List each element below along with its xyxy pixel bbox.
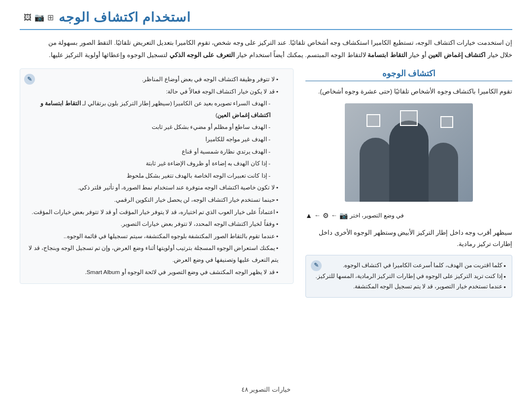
- silhouette-group: [345, 103, 473, 202]
- left-note-item-3: عندما تستخدم خيار التصوير، قد لا يتم تسج…: [312, 281, 506, 292]
- silhouette-right: [429, 143, 458, 202]
- camera-icon-1: 📷: [34, 13, 44, 22]
- face-box-center: [400, 110, 418, 126]
- left-note-list: كلما اقتربت من الهدف، كلما أسرعت الكامير…: [312, 260, 506, 293]
- page-title: استخدام اكتشاف الوجه: [59, 10, 191, 25]
- right-column: ✎ لا تتوفر وظيفة اكتشاف الوجه في بعض أوض…: [20, 68, 297, 298]
- right-note-item-8: يمكنك استعراض الوجوه المسجلة بترتيب أولو…: [26, 243, 278, 266]
- left-note-item-1: كلما اقتربت من الهدف، كلما أسرعت الكامير…: [312, 260, 506, 271]
- note-icon-right: ✎: [24, 74, 35, 85]
- camera-controls-desc: سيظهر أقرب وجه داخل إطار التركيز الأبيض …: [305, 227, 512, 250]
- photo-icon: 🖼: [24, 13, 32, 22]
- right-note-sub-2: الهدف ساطع أو مظلم أو مضيء بشكل غير ثابت: [26, 122, 270, 133]
- page-container: استخدام اكتشاف الوجه ⊞ 📷 🖼 إن استخدمت خي…: [0, 0, 532, 401]
- left-column: اكتشاف الوجوه تقوم الكاميرا باكتشاف وجوه…: [305, 68, 512, 298]
- right-note-item-5: اعتماداً على خيار العوب الذي تم اختياره،…: [26, 207, 278, 218]
- right-note-item-4: حينما تستخدم خيار اكتشاف الوجه، لن يحصل …: [26, 194, 278, 206]
- right-note-item-7: عندما تقوم بالتقاط الصور المكتشفة بلوجوه…: [26, 231, 278, 243]
- camera-mode-icon: 📷: [339, 209, 348, 222]
- camera-setting-icon: ⚙: [323, 209, 329, 222]
- right-note-sub-1: الهدف السراء تصويره بعيد عن الكاميرا (سي…: [26, 98, 270, 121]
- right-note-sub-4: الهدف يرتدي نظارة شمسية أو قناع: [26, 146, 270, 158]
- silhouette-center: [389, 121, 429, 202]
- section-title: اكتشاف الوجوه: [305, 68, 512, 81]
- arrow-left: ←: [331, 209, 337, 222]
- note-icon-left: ✎: [311, 260, 322, 271]
- intro-text-1: إن استخدمت خيارات اكتشاف الوجه، تستطيع ا…: [48, 39, 512, 46]
- detection-image: [345, 103, 473, 202]
- intro-text-2: خلال خيار اكتشاف إغماض العين أو خيار الت…: [49, 52, 512, 59]
- detection-description: تقوم الكاميرا باكتشاف وجوه الأشخاص تلقائ…: [305, 86, 512, 97]
- arrow-left-2: ←: [314, 209, 321, 222]
- camera-controls-row: في وضع التصوير، اختر 📷 ← ⚙ ← ▲: [305, 209, 512, 222]
- page-footer: خيارات التصوير ٤٨: [0, 386, 532, 393]
- shutter-icon: ▲: [305, 209, 312, 222]
- grid-icon: ⊞: [47, 13, 54, 22]
- header-icons: ⊞ 📷 🖼: [24, 13, 54, 22]
- footer-text: خيارات التصوير ٤٨: [241, 386, 291, 393]
- right-note-list: لا تتوفر وظيفة اكتشاف الوجه في بعض أوضاع…: [26, 74, 278, 278]
- right-note-item-6: وفقاً لخيار اكتشاف الوجه المحدد، لا تتوف…: [26, 218, 278, 230]
- right-note-sub-3: الهدف غير مواجه للكاميرا: [26, 134, 270, 146]
- right-note-sub-5: إذا كان الهدف به إضاءة أو ظروف الإضاءة غ…: [26, 158, 270, 170]
- left-note-box: ✎ كلما اقتربت من الهدف، كلما أسرعت الكام…: [305, 255, 512, 298]
- right-note-item-2: قد لا يكون خيار اكتشاف الوجه فعالاً في ح…: [26, 86, 278, 98]
- right-note-item-1: لا تتوفر وظيفة اكتشاف الوجه في بعض أوضاع…: [26, 74, 278, 86]
- right-note-sublist: الهدف السراء تصويره بعيد عن الكاميرا (سي…: [26, 98, 278, 182]
- main-content: اكتشاف الوجوه تقوم الكاميرا باكتشاف وجوه…: [20, 68, 512, 298]
- right-note-box: ✎ لا تتوفر وظيفة اكتشاف الوجه في بعض أوض…: [20, 68, 294, 284]
- right-note-sub-6: إذا كانت تعبيرات الوجه الخاصة بالهدف تتغ…: [26, 170, 270, 182]
- controls-text: في وضع التصوير، اختر: [350, 210, 404, 221]
- silhouette-left: [360, 138, 392, 202]
- right-note-item-9: قد لا يظهر الوجه المكتشف في وضع التصوير …: [26, 267, 278, 278]
- left-note-item-2: إذا كنت تريد التركيز على الوجوه في إطارا…: [312, 271, 506, 282]
- right-note-item-3: لا تكون خاصية اكتشاف الوجه متوفرة عند اس…: [26, 182, 278, 194]
- face-box-left: [366, 114, 380, 127]
- page-header: استخدام اكتشاف الوجه ⊞ 📷 🖼: [20, 10, 512, 30]
- face-box-right: [440, 116, 453, 128]
- intro-paragraph: إن استخدمت خيارات اكتشاف الوجه، تستطيع ا…: [20, 37, 512, 62]
